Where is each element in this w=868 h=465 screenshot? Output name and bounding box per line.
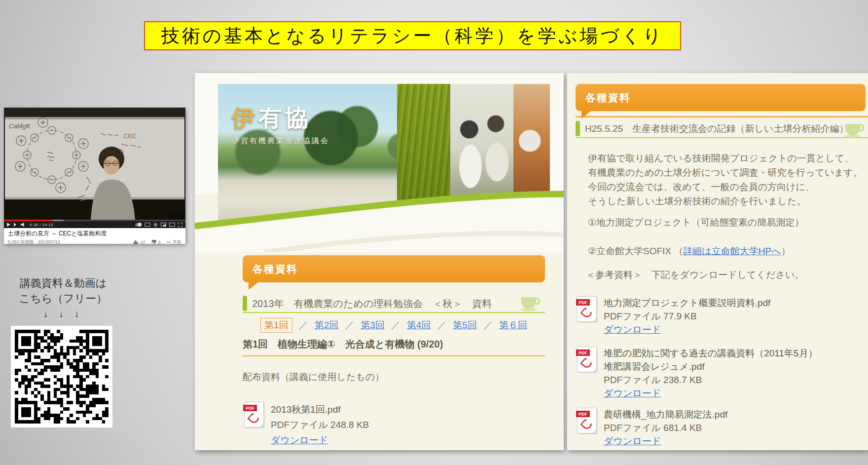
section-header-box: 各種資料 — [243, 255, 545, 282]
teacup-icon — [519, 293, 542, 312]
pdf-icon-label: PDF — [576, 411, 590, 417]
ritsumeikan-hp-link[interactable]: 詳細は立命館大学HPへ — [683, 246, 781, 256]
video-view-count: 5,353 回視聴・2013/07/12 — [8, 239, 60, 245]
pdf-swirl-glyph — [580, 417, 594, 431]
nav-link-session-3[interactable]: 第3回 — [361, 319, 385, 332]
pdf-icon[interactable]: PDF — [577, 296, 597, 322]
whiteboard-text-cec: CEC — [123, 132, 137, 140]
nav-separator: ／ — [391, 319, 400, 332]
time-display: 5:35 / 24:15 — [30, 223, 53, 227]
nav-link-session-5[interactable]: 第5回 — [453, 319, 477, 332]
next-icon[interactable] — [14, 223, 17, 227]
like-icon[interactable] — [134, 240, 139, 244]
logo-accent-char: 伊 — [232, 105, 258, 131]
site-logo-subtitle: 伊賀有機農業推進協議会 — [232, 136, 329, 146]
pdf-swirl-glyph — [580, 356, 594, 370]
presentation-slide: 技術の基本となるリテラシー（科学）を学ぶ場づくり — [0, 0, 868, 465]
share-label[interactable]: 共有 — [173, 239, 181, 245]
meeting-record-title-text: H25.5.25 生産者技術交流会の記録（新しい土壌分析紹介編） — [585, 122, 848, 135]
nav-separator: ／ — [437, 319, 446, 332]
nav-link-session-4[interactable]: 第4回 — [407, 319, 431, 332]
topic-1: ①地力測定プロジェクト（可給態窒素の簡易測定） — [588, 216, 804, 229]
pdf-file-name-2: 堆肥講習会レジュメ.pdf — [604, 360, 818, 373]
paragraph-line: そうした新しい土壌分析技術の紹介を行いました。 — [588, 194, 864, 208]
paragraph-line: 有機農業のための土壌分析について調査・研究を行っています。 — [588, 165, 864, 180]
pdf-file-meta: PDFファイル 681.4 KB — [604, 421, 727, 434]
like-count: 27 — [141, 240, 145, 245]
down-arrows: ↓ ↓ ↓ — [11, 306, 115, 321]
video-info-bar: 土壌分析の見方 ～ CECと塩基飽和度 5,353 回視聴・2013/07/12… — [4, 228, 185, 244]
theater-mode-icon[interactable] — [169, 223, 175, 227]
whiteboard-text-camgk: CaMgK — [9, 122, 31, 130]
paragraph-line: 伊有協で取り組んでいる技術開発プロジェクトの一貫として、 — [588, 151, 864, 165]
pdf-file-meta: PDFファイル 238.7 KB — [604, 373, 818, 387]
section-header-label: 各種資料 — [253, 262, 298, 276]
pdf-icon-label: PDF — [576, 299, 590, 306]
entry-heading: 第1回 植物生理編① 光合成と有機物 (9/20) — [243, 338, 545, 356]
orange-divider — [576, 116, 868, 117]
autoplay-toggle-icon[interactable] — [135, 223, 142, 227]
pdf-file-name: 農研機構_地力簡易測定法.pdf — [604, 408, 727, 421]
pdf-icon[interactable]: PDF — [577, 347, 597, 372]
pdf-file-name: 堆肥の肥効に関する過去の講義資料（2011年5月） — [604, 347, 818, 360]
video-controls[interactable]: 5:35 / 24:15 — [4, 220, 185, 228]
records-site-screenshot: 各種資料 H25.5.25 生産者技術交流会の記録（新しい土壌分析紹介編） 伊有… — [567, 73, 868, 450]
teacup-icon — [843, 120, 866, 139]
note-line-2: こちら（フリー） — [11, 291, 115, 306]
pdf-attachment: PDF 2013秋第1回.pdf PDFファイル 248.8 KB ダウンロード — [244, 402, 369, 448]
topic-2: ②立命館大学SOFIX （詳細は立命館大学HPへ） — [588, 245, 791, 258]
paragraph-line: 今回の交流会では、改めて、一般の会員の方向けに、 — [588, 180, 864, 194]
pdf-file-name: 2013秋第1回.pdf — [271, 402, 369, 417]
pdf-file-meta: PDFファイル 77.9 KB — [604, 310, 770, 323]
site-logo: 伊有協 伊賀有機農業推進協議会 — [232, 103, 329, 146]
settings-gear-icon[interactable] — [153, 223, 158, 227]
download-link[interactable]: ダウンロード — [271, 432, 328, 448]
section-header-box: 各種資料 — [576, 84, 866, 111]
nav-link-session-6[interactable]: 第６回 — [499, 319, 527, 332]
qr-code — [11, 326, 112, 427]
nav-separator: ／ — [483, 319, 493, 332]
pdf-swirl-glyph — [580, 306, 594, 319]
nav-link-session-2[interactable]: 第2回 — [315, 319, 339, 332]
share-icon[interactable] — [167, 239, 171, 245]
meeting-record-title: H25.5.25 生産者技術交流会の記録（新しい土壌分析紹介編） — [576, 120, 868, 138]
download-link[interactable]: ダウンロード — [604, 387, 661, 400]
topic-2-prefix: ②立命館大学SOFIX （ — [588, 246, 683, 256]
pdf-file-meta: PDFファイル 248.8 KB — [271, 417, 369, 432]
pdf-icon[interactable]: PDF — [244, 402, 264, 427]
pdf-attachment: PDF 堆肥の肥効に関する過去の講義資料（2011年5月） 堆肥講習会レジュメ.… — [577, 347, 818, 400]
slide-title: 技術の基本となるリテラシー（科学）を学ぶ場づくり — [144, 21, 681, 50]
video-progress-bar[interactable] — [4, 220, 185, 221]
session-nav: 第1回 ／ 第2回 ／ 第3回 ／ 第4回 ／ 第5回 ／ 第６回 — [243, 318, 545, 333]
intro-paragraph: 伊有協で取り組んでいる技術開発プロジェクトの一貫として、 有機農業のための土壌分… — [588, 151, 864, 208]
pdf-icon-label: PDF — [576, 349, 590, 356]
download-link[interactable]: ダウンロード — [604, 323, 661, 336]
fullscreen-icon[interactable] — [178, 223, 182, 227]
progress-buffer — [53, 220, 64, 221]
note-line-1: 講義資料＆動画は — [11, 275, 115, 291]
nav-separator: ／ — [299, 319, 308, 332]
volume-icon[interactable] — [21, 223, 26, 227]
download-link[interactable]: ダウンロード — [604, 434, 661, 448]
pdf-icon-label: PDF — [243, 405, 257, 411]
nav-link-session-1[interactable]: 第1回 — [260, 318, 292, 333]
dislike-icon[interactable] — [151, 240, 156, 244]
pdf-icon[interactable]: PDF — [577, 408, 597, 433]
green-swoosh — [195, 186, 564, 252]
study-group-list-title: 2013年 有機農業のための理科勉強会 ＜秋＞ 資料 — [243, 295, 545, 313]
miniplayer-icon[interactable] — [161, 223, 166, 227]
reference-note: ＜参考資料＞ 下記をダウンロードしてください。 — [586, 269, 804, 281]
progress-played — [4, 220, 53, 221]
main-site-screenshot: 伊有協 伊賀有機農業推進協議会 各種資料 2013年 有機農業のための理科勉強会… — [195, 73, 564, 450]
nav-separator: ／ — [345, 319, 354, 332]
captions-icon[interactable] — [145, 223, 150, 227]
topic-2-suffix: ） — [781, 246, 791, 256]
video-frame[interactable]: CaMgK CEC — [4, 108, 185, 220]
play-icon[interactable] — [7, 223, 10, 227]
handout-label: 配布資料（講義に使用したもの） — [243, 371, 384, 384]
pdf-attachment: PDF 農研機構_地力簡易測定法.pdf PDFファイル 681.4 KB ダウ… — [577, 408, 727, 448]
pdf-attachment: PDF 地力測定プロジェクト概要説明資料.pdf PDFファイル 77.9 KB… — [577, 296, 770, 336]
youtube-player[interactable]: CaMgK CEC 5:35 / 24:15 — [4, 108, 185, 244]
study-group-list-title-text: 2013年 有機農業のための理科勉強会 ＜秋＞ 資料 — [252, 297, 492, 310]
section-header-label: 各種資料 — [585, 91, 631, 105]
